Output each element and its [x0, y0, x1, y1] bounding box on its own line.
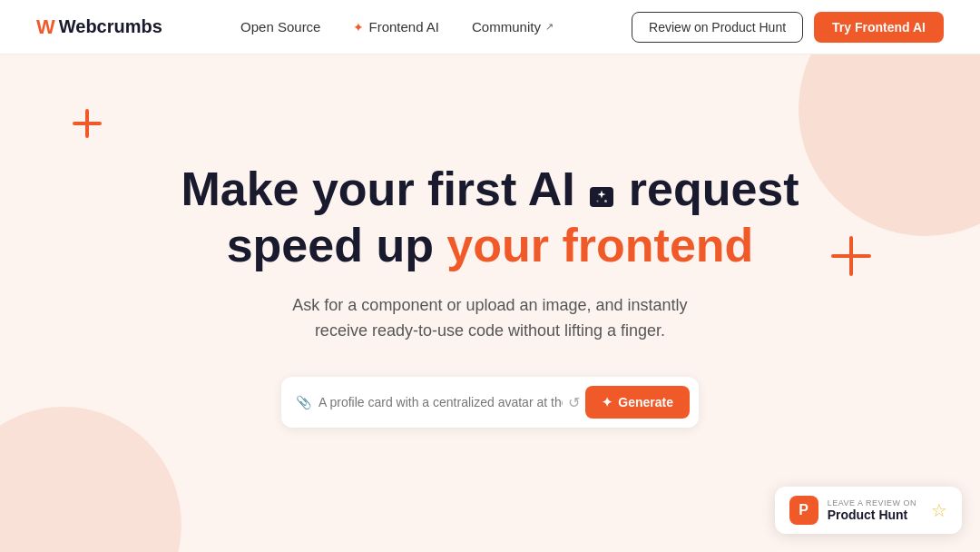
ph-name: Product Hunt — [828, 508, 916, 522]
logo[interactable]: W Webcrumbs — [36, 15, 162, 39]
hero-title-highlight: your frontend — [446, 219, 753, 271]
ph-star-icon: ☆ — [931, 499, 947, 521]
star-decoration-right — [831, 236, 871, 281]
logo-icon: W — [36, 15, 55, 39]
hero-subtitle: Ask for a component or upload an image, … — [236, 292, 744, 345]
product-hunt-text: LEAVE A REVIEW ON Product Hunt — [828, 498, 916, 522]
reset-button[interactable]: ↺ — [563, 390, 585, 415]
community-label: Community — [472, 19, 541, 34]
ph-leave-review-label: LEAVE A REVIEW ON — [828, 498, 916, 508]
generate-button[interactable]: ✦ Generate — [585, 386, 690, 419]
nav-actions: Review on Product Hunt Try Frontend AI — [632, 12, 944, 43]
product-hunt-logo: P — [789, 496, 818, 525]
hero-title-line1-end: request — [629, 163, 799, 215]
product-hunt-badge[interactable]: P LEAVE A REVIEW ON Product Hunt ☆ — [775, 487, 962, 534]
logo-text: Webcrumbs — [59, 16, 162, 37]
nav-links: Open Source ✦ Frontend AI Community ↗ — [240, 19, 554, 34]
nav-item-frontend-ai[interactable]: ✦ Frontend AI — [353, 19, 439, 34]
external-link-icon: ↗ — [545, 21, 554, 33]
review-button[interactable]: Review on Product Hunt — [632, 12, 803, 43]
star-decoration-left — [73, 109, 102, 143]
navbar: W Webcrumbs Open Source ✦ Frontend AI Co… — [0, 0, 980, 54]
open-source-label: Open Source — [240, 19, 320, 34]
ai-sparkle-icon — [590, 187, 613, 207]
nav-item-open-source[interactable]: Open Source — [240, 19, 320, 34]
ph-logo-letter: P — [799, 502, 808, 518]
svg-point-1 — [597, 200, 599, 202]
svg-point-0 — [604, 200, 607, 202]
frontend-ai-label: Frontend AI — [368, 19, 439, 34]
paperclip-icon: 📎 — [296, 395, 311, 409]
generate-sparkle-icon: ✦ — [602, 395, 612, 409]
generate-label: Generate — [618, 395, 673, 409]
nav-item-community[interactable]: Community ↗ — [472, 19, 554, 34]
hero-content: Make your first AI request speed up your… — [181, 161, 799, 428]
try-frontend-ai-button[interactable]: Try Frontend AI — [814, 12, 944, 43]
hero-section: Make your first AI request speed up your… — [0, 54, 980, 552]
bg-circle-top-right — [799, 54, 980, 236]
search-bar: 📎 ↺ ✦ Generate — [281, 377, 699, 428]
hero-title-line2-start: speed up — [227, 219, 447, 271]
bg-circle-bottom-left — [0, 407, 181, 552]
hero-title-line1: Make your first AI — [181, 163, 574, 215]
prompt-input[interactable] — [318, 395, 563, 409]
frontend-ai-sparkle-icon: ✦ — [353, 20, 364, 34]
hero-title: Make your first AI request speed up your… — [181, 161, 799, 274]
